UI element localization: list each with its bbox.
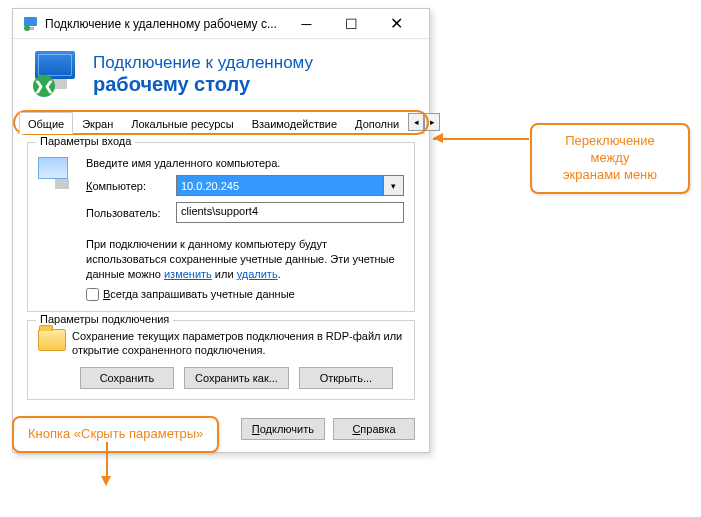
help-button[interactable]: Справка (333, 418, 415, 440)
tab-general[interactable]: Общие (19, 112, 73, 134)
link-delete-credentials[interactable]: удалить (237, 268, 278, 280)
computer-input[interactable] (176, 175, 384, 196)
always-ask-checkbox[interactable] (86, 288, 99, 301)
rdp-badge-icon: ❯❮ (33, 75, 55, 97)
minimize-button[interactable]: ─ (284, 9, 329, 39)
tabs-bar: Общие Экран Локальные ресурсы Взаимодейс… (17, 111, 425, 134)
tab-scroll-left-button[interactable]: ◂ (408, 113, 424, 131)
rdp-hero-icon: ❯❮ (33, 51, 79, 97)
header-line1: Подключение к удаленному (93, 53, 313, 73)
user-readonly: clients\support4 (176, 202, 404, 223)
header: ❯❮ Подключение к удаленному рабочему сто… (13, 39, 429, 111)
connect-button[interactable]: Подключить (241, 418, 325, 440)
callout-hide-button: Кнопка «Скрыть параметры» (12, 416, 219, 453)
connection-legend: Параметры подключения (36, 313, 173, 325)
maximize-button[interactable]: ☐ (329, 9, 374, 39)
connection-text: Сохранение текущих параметров подключени… (72, 329, 404, 358)
tab-display[interactable]: Экран (73, 112, 122, 133)
save-as-button[interactable]: Сохранить как... (184, 367, 289, 389)
arrow-to-tabs (433, 138, 529, 140)
arrow-to-hide (106, 442, 108, 478)
computer-label: Компьютер: (86, 180, 176, 192)
app-icon (23, 16, 39, 32)
svg-point-2 (24, 25, 30, 31)
tab-experience[interactable]: Взаимодействие (243, 112, 346, 133)
arrow-to-hide-head (101, 476, 111, 486)
close-button[interactable]: ✕ (374, 9, 419, 39)
login-groupbox: Параметры входа Введите имя удаленного к… (27, 142, 415, 312)
svg-rect-0 (24, 17, 37, 26)
saved-credentials-info: При подключении к данному компьютеру буд… (86, 237, 404, 282)
titlebar: Подключение к удаленному рабочему с... ─… (13, 9, 429, 39)
header-line2: рабочему столу (93, 73, 313, 96)
login-computer-icon (38, 157, 86, 229)
login-legend: Параметры входа (36, 135, 135, 147)
callout-tab-switch: Переключение между экранами меню (530, 123, 690, 194)
save-button[interactable]: Сохранить (80, 367, 174, 389)
tab-scroll-right-button[interactable]: ▸ (424, 113, 440, 131)
window-title: Подключение к удаленному рабочему с... (45, 17, 284, 31)
always-ask-label: Всегда запрашивать учетные данные (103, 288, 295, 300)
tab-local-resources[interactable]: Локальные ресурсы (122, 112, 242, 133)
login-prompt: Введите имя удаленного компьютера. (86, 157, 404, 169)
connection-groupbox: Параметры подключения Сохранение текущих… (27, 320, 415, 401)
tab-advanced[interactable]: Дополни (346, 112, 408, 133)
user-label: Пользователь: (86, 207, 176, 219)
rdp-window: Подключение к удаленному рабочему с... ─… (12, 8, 430, 453)
open-button[interactable]: Открыть... (299, 367, 393, 389)
arrow-to-tabs-head (433, 133, 443, 143)
computer-dropdown-button[interactable]: ▾ (384, 175, 404, 196)
link-change-credentials[interactable]: изменить (164, 268, 212, 280)
folder-icon (38, 329, 66, 358)
